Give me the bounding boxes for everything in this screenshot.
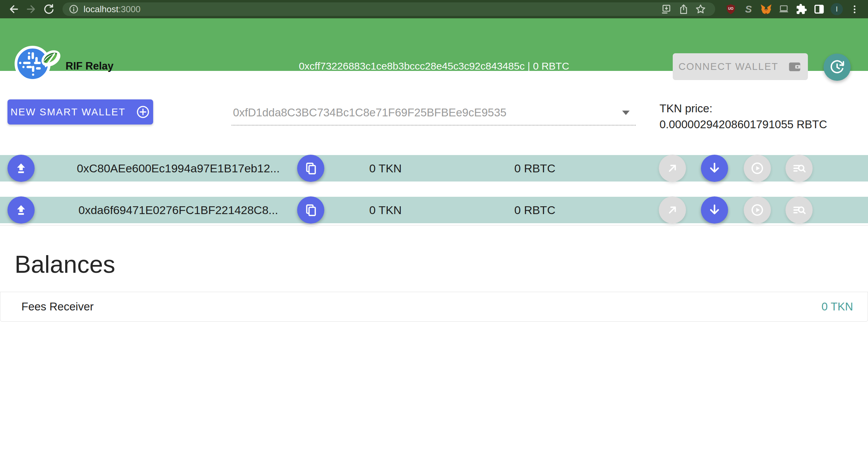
bookmark-button[interactable] xyxy=(692,2,709,16)
avatar: I xyxy=(831,3,843,15)
kebab-menu-icon xyxy=(854,4,855,15)
s-extension-icon: S xyxy=(745,3,752,15)
account-address: 0xcff73226883c1ce8b3bccc28e45c3c92c84348… xyxy=(299,60,525,72)
arrow-up-right-icon xyxy=(666,161,679,175)
smart-wallet-row: 0xda6f69471E0276FC1BF221428C8... 0 TKN 0… xyxy=(0,197,868,223)
refresh-clock-icon xyxy=(829,59,845,75)
install-icon xyxy=(661,4,672,15)
deploy-wallet-button[interactable] xyxy=(7,196,35,224)
extensions-area: UO S I xyxy=(722,2,863,17)
app-header: RIF Relay 0xcff73226883c1ce8b3bccc28e45c… xyxy=(0,18,868,71)
arrow-down-icon xyxy=(707,161,722,175)
rif-relay-app: localhost:3000 UO S xyxy=(0,0,868,458)
wallet-tkn-balance: 0 TKN xyxy=(340,197,431,223)
token-price: TKN price: 0.00000294208601791055 RBTC xyxy=(659,100,827,132)
transfer-button[interactable] xyxy=(659,155,686,182)
wallet-rbtc-balance: 0 RBTC xyxy=(489,197,581,223)
balances-heading: Balances xyxy=(15,250,115,278)
fees-receiver-label: Fees Receiver xyxy=(21,300,94,313)
share-button[interactable] xyxy=(675,2,692,16)
account-balance: | 0 RBTC xyxy=(527,60,569,72)
screen-capture-extension-button[interactable] xyxy=(775,2,793,17)
connect-wallet-label: CONNECT WALLET xyxy=(679,61,778,72)
url-bar[interactable]: localhost:3000 xyxy=(62,2,715,16)
forward-arrow-icon xyxy=(25,3,37,15)
play-circle-icon xyxy=(750,161,764,175)
browser-menu-button[interactable] xyxy=(846,2,863,17)
extensions-menu-button[interactable] xyxy=(793,2,810,17)
token-price-label: TKN price: xyxy=(659,100,827,116)
side-panel-button[interactable] xyxy=(810,2,828,17)
ublock-shield-icon: UO xyxy=(725,3,737,15)
bookmark-star-icon xyxy=(695,3,706,15)
receive-button[interactable] xyxy=(701,196,728,224)
list-search-icon xyxy=(792,161,806,175)
fees-receiver-row: Fees Receiver 0 TKN xyxy=(0,292,868,322)
smart-wallet-address: 0xda6f69471E0276FC1BF221428C8... xyxy=(59,197,297,223)
execute-button[interactable] xyxy=(744,196,771,224)
copy-address-button[interactable] xyxy=(297,155,324,182)
transfer-button[interactable] xyxy=(659,196,686,224)
back-arrow-icon xyxy=(8,3,19,15)
copy-icon xyxy=(304,161,318,175)
search-transactions-button[interactable] xyxy=(785,155,813,182)
site-info-icon[interactable] xyxy=(69,4,79,14)
token-price-value: 0.00000294208601791055 RBTC xyxy=(659,116,827,132)
chevron-down-icon xyxy=(622,111,630,115)
browser-reload-button[interactable] xyxy=(40,2,58,17)
section-divider xyxy=(0,225,868,226)
connect-wallet-button[interactable]: CONNECT WALLET xyxy=(673,53,808,80)
browser-toolbar: localhost:3000 UO S xyxy=(0,0,868,18)
list-search-icon xyxy=(792,203,806,217)
browser-forward-button[interactable] xyxy=(22,2,40,17)
install-app-button[interactable] xyxy=(658,2,675,16)
profile-avatar-button[interactable]: I xyxy=(828,2,846,17)
url-text: localhost:3000 xyxy=(84,4,141,15)
refresh-button[interactable] xyxy=(824,54,851,81)
smart-wallet-row: 0xC80AEe600Ec1994a97E1B17eb12... 0 TKN 0… xyxy=(0,155,868,182)
s-extension-button[interactable]: S xyxy=(740,2,757,17)
smart-wallet-select-value: 0xfD1dda8C3BC734Bc1C8e71F69F25BFBEe9cE95… xyxy=(232,106,506,119)
deploy-wallet-button[interactable] xyxy=(7,155,35,182)
puzzle-icon xyxy=(796,3,807,15)
fees-receiver-value: 0 TKN xyxy=(821,300,853,313)
arrow-down-icon xyxy=(707,203,722,217)
execute-button[interactable] xyxy=(744,155,771,182)
copy-address-button[interactable] xyxy=(297,196,324,224)
svg-text:UO: UO xyxy=(728,7,733,11)
play-circle-icon xyxy=(750,203,764,217)
arrow-up-right-icon xyxy=(666,203,679,217)
receive-button[interactable] xyxy=(701,155,728,182)
wallet-rbtc-balance: 0 RBTC xyxy=(489,155,581,182)
share-icon xyxy=(678,4,689,15)
side-panel-icon xyxy=(813,3,825,15)
plus-circle-icon xyxy=(136,105,150,119)
search-transactions-button[interactable] xyxy=(785,196,813,224)
metamask-fox-icon xyxy=(760,3,772,15)
upload-icon xyxy=(14,203,28,217)
smart-wallet-address: 0xC80AEe600Ec1994a97E1B17eb12... xyxy=(59,155,297,182)
smart-wallet-select[interactable]: 0xfD1dda8C3BC734Bc1C8e71F69F25BFBEe9cE95… xyxy=(232,100,636,126)
laptop-icon xyxy=(778,3,790,15)
copy-icon xyxy=(304,203,318,217)
wallet-tkn-balance: 0 TKN xyxy=(340,155,431,182)
metamask-extension-button[interactable] xyxy=(757,2,775,17)
upload-icon xyxy=(14,161,28,175)
new-smart-wallet-label: NEW SMART WALLET xyxy=(11,107,126,118)
browser-back-button[interactable] xyxy=(5,2,22,17)
new-smart-wallet-button[interactable]: NEW SMART WALLET xyxy=(7,99,153,125)
wallet-icon xyxy=(787,59,802,74)
ublock-extension-button[interactable]: UO xyxy=(722,2,740,17)
reload-icon xyxy=(43,3,55,15)
